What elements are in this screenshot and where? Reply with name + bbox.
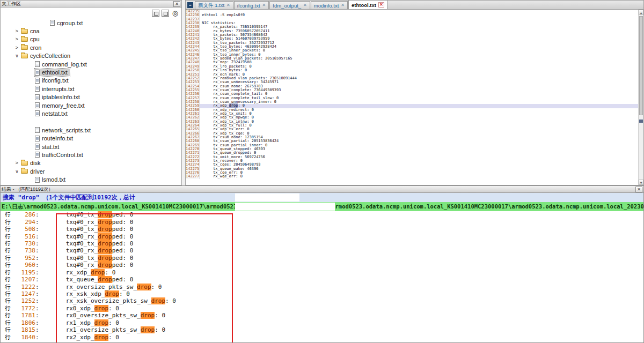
tree-item-stat.txt[interactable]: stat.txt: [1, 143, 178, 151]
editor-line[interactable]: 142259 rx_xdp_drop: 0: [186, 104, 643, 108]
match-row-line-1247[interactable]: 行1247:rx_xsk_xdp_drop: 0: [1, 290, 643, 297]
line-text: rx_xdp_tx_cqe: 0: [200, 132, 643, 136]
tree-item-inner: cron: [20, 44, 43, 51]
tab-fdm_output_[interactable]: fdm_output_✕: [269, 1, 310, 9]
match-row-line-1815[interactable]: 行1815:rx1_oversize_pkts_sw_drop: 0: [1, 326, 643, 333]
match-row-line-730[interactable]: 行730:txq#0_tx_dropped: 0: [1, 240, 643, 247]
line-text: rx_lro_bytes: 0: [200, 69, 643, 72]
editor-line[interactable]: 142260 rx_xdp_redirect: 0: [186, 108, 643, 112]
scroll-up-icon[interactable]: ▲: [639, 10, 643, 15]
tab-close-icon[interactable]: ✕: [262, 3, 266, 8]
tree-item-lsmod.txt[interactable]: lsmod.txt: [1, 175, 178, 183]
editor-line[interactable]: 142277 rx_wqe_err: 0: [186, 175, 643, 178]
tree-item-cna[interactable]: >cna: [1, 27, 178, 35]
tree-item-routeInfo.txt[interactable]: routeInfo.txt: [1, 134, 178, 142]
chevron-down-icon[interactable]: ∨: [13, 53, 20, 58]
match-row-line-1207[interactable]: 行1207:tx_queue_dropped: 0: [1, 276, 643, 283]
close-icon[interactable]: ✕: [173, 1, 180, 7]
tab-ifconfig.txt[interactable]: ifconfig.txt✕: [234, 1, 269, 9]
match-row-line-1781[interactable]: 行1781:rx0_oversize_pkts_sw_drop: 0: [1, 312, 643, 319]
tree-item-interrupts.txt[interactable]: interrupts.txt: [1, 85, 178, 93]
tree-item-network_scripts.txt[interactable]: network_scripts.txt: [1, 126, 178, 134]
tree-item-memory_free.txt[interactable]: memory_free.txt: [1, 101, 178, 109]
tree-item-disk[interactable]: >disk: [1, 159, 178, 167]
match-row-line-1195[interactable]: 行1195:rx_xdp_drop: 0: [1, 269, 643, 276]
match-row-line-286[interactable]: 行286:txq#0_tx_dropped: 0: [1, 211, 643, 218]
chevron-right-icon[interactable]: >: [13, 160, 20, 166]
tab-close-icon[interactable]: ✕: [226, 3, 230, 8]
close-icon[interactable]: ✕: [635, 187, 642, 192]
match-row-line-1252[interactable]: 行1252:rx_xsk_oversize_pkts_sw_drop: 0: [1, 297, 643, 304]
chevron-right-icon[interactable]: >: [13, 28, 20, 34]
editor-line[interactable]: 142249 rx_lro_packets: 0: [186, 65, 643, 69]
scroll-down-icon[interactable]: ▼: [639, 180, 643, 185]
editor-line[interactable]: 142262 rx_xdp_tx_mpwqe: 0: [186, 116, 643, 120]
editor-line[interactable]: 142275 tx_queue_wake: 46396: [186, 167, 643, 171]
locate-current-file-icon[interactable]: ◎: [171, 9, 179, 17]
tree-item-cgroup.txt[interactable]: cgroup.txt: [1, 19, 178, 27]
match-row-line-952[interactable]: 行952:txq#0_tx_dropped: 0: [1, 255, 643, 262]
tree-item-cron[interactable]: >cron: [1, 43, 178, 51]
line-text: [200, 18, 643, 21]
tree-item-ifconfig.txt[interactable]: ifconfig.txt: [1, 77, 178, 85]
line-text: tx_recover: 0: [200, 159, 643, 163]
search-summary-line[interactable]: 搜索 "drop" （1个文件中匹配到10192次，总计: [1, 193, 643, 202]
editor-line[interactable]: 142265 rx_xdp_tx_err: 0: [186, 128, 643, 131]
editor-body[interactable]: 142235142236ethtool -S enp1s0f0142237142…: [186, 10, 643, 185]
tab-close-icon[interactable]: ✕: [341, 3, 345, 8]
file-icon: [35, 94, 40, 100]
editor-line[interactable]: 142248 tx_nop: 232419588: [186, 61, 643, 64]
editor-line[interactable]: 142258 rx_csum_unnecessary_inner: 0: [186, 100, 643, 104]
scrollbar-thumb[interactable]: [639, 16, 643, 115]
tree-item-iptablesInfo.txt[interactable]: iptablesInfo.txt: [1, 93, 178, 101]
tab-ethtool.txt[interactable]: ethtool.txt✕: [348, 0, 387, 9]
document-list-icon[interactable]: ≡: [187, 2, 193, 8]
editor-line[interactable]: 142272 tx_xmit_more: 569724756: [186, 155, 643, 159]
chevron-right-icon[interactable]: >: [13, 45, 20, 50]
tree-item-ethtool.txt[interactable]: ethtool.txt: [1, 68, 178, 76]
match-row-line-1772[interactable]: 行1772:rx0_xdp_drop: 0: [1, 305, 643, 312]
collapse-all-icon[interactable]: [162, 10, 169, 17]
expand-all-icon[interactable]: [152, 10, 159, 17]
editor-line[interactable]: 142261 rx_xdp_tx_xmit: 0: [186, 112, 643, 116]
editor-line[interactable]: 142247 tx_added_vlan_packets: 2051659571…: [186, 57, 643, 61]
match-row-line-508[interactable]: 行508:txq#0_tx_dropped: 0: [1, 226, 643, 233]
line-text: rx_csum_unnecessary_inner: 0: [200, 100, 643, 104]
chevron-right-icon[interactable]: >: [13, 36, 20, 42]
match-row-line-1222[interactable]: 行1222:rx_oversize_pkts_sw_drop: 0: [1, 283, 643, 290]
chevron-down-icon[interactable]: ∨: [13, 169, 20, 174]
folder-icon: [21, 45, 28, 50]
redaction-box: [235, 203, 335, 211]
editor-line[interactable]: 142236ethtool -S enp1s0f0: [186, 13, 643, 17]
match-line-label: 行: [1, 333, 11, 341]
match-row-line-960[interactable]: 行960:txq#0_rx_dropped: 0: [1, 262, 643, 269]
match-row-line-294[interactable]: 行294:txq#0_rx_dropped: 0: [1, 218, 643, 225]
match-text: rx1_xdp_drop: 0: [66, 319, 119, 326]
match-row-line-516[interactable]: 行516:txq#0_rx_dropped: 0: [1, 233, 643, 240]
editor-line[interactable]: 142264 rx_xdp_tx_full: 0: [186, 124, 643, 128]
tree-item-command_log.txt[interactable]: command_log.txt: [1, 60, 178, 68]
search-results-panel: 结果 - （匹配10192次） ✕ 搜索 "drop" （1个文件中匹配到101…: [0, 185, 644, 343]
top-region: 夹工作区 ✕ ◎ cgroup.txt>cna>cpu>cron∨cyclicC…: [0, 0, 644, 185]
editor-line[interactable]: 142263 rx_xdp_tx_inlnw: 0: [186, 120, 643, 124]
tab-modinfo.txt[interactable]: modinfo.txt✕: [311, 1, 348, 9]
tree-item-cpu[interactable]: >cpu: [1, 35, 178, 43]
tab-close-icon[interactable]: ✕: [378, 2, 384, 8]
tab-新文件 1.txt[interactable]: 新文件 1.txt✕: [195, 1, 233, 9]
match-row-line-1806[interactable]: 行1806:rx1_xdp_drop: 0: [1, 319, 643, 326]
match-row-line-738[interactable]: 行738:txq#0_rx_dropped: 0: [1, 247, 643, 254]
file-icon: [35, 144, 40, 150]
highlighted-match: drop: [105, 290, 119, 297]
editor-scrollbar[interactable]: ▲ ▼: [638, 10, 643, 185]
editor-line[interactable]: 142276 tx_cqe_err: 0: [186, 171, 643, 175]
tree-item-driver[interactable]: ∨driver: [1, 167, 178, 175]
tree-item-netstat.txt[interactable]: netstat.txt: [1, 109, 178, 117]
editor-line[interactable]: 142250 rx_lro_bytes: 0: [186, 69, 643, 72]
tree-item-cyclicCollection[interactable]: ∨cyclicCollection: [1, 52, 178, 60]
tree-item-trafficControl.txt[interactable]: trafficControl.txt: [1, 151, 178, 159]
tab-close-icon[interactable]: ✕: [303, 3, 307, 8]
editor-line[interactable]: 142237: [186, 18, 643, 21]
editor-line[interactable]: 142235: [186, 10, 643, 13]
match-row-line-1840[interactable]: 行1840:rx2_xdp_drop: 0: [1, 333, 643, 340]
workspace-toolbar: ◎: [152, 9, 179, 17]
